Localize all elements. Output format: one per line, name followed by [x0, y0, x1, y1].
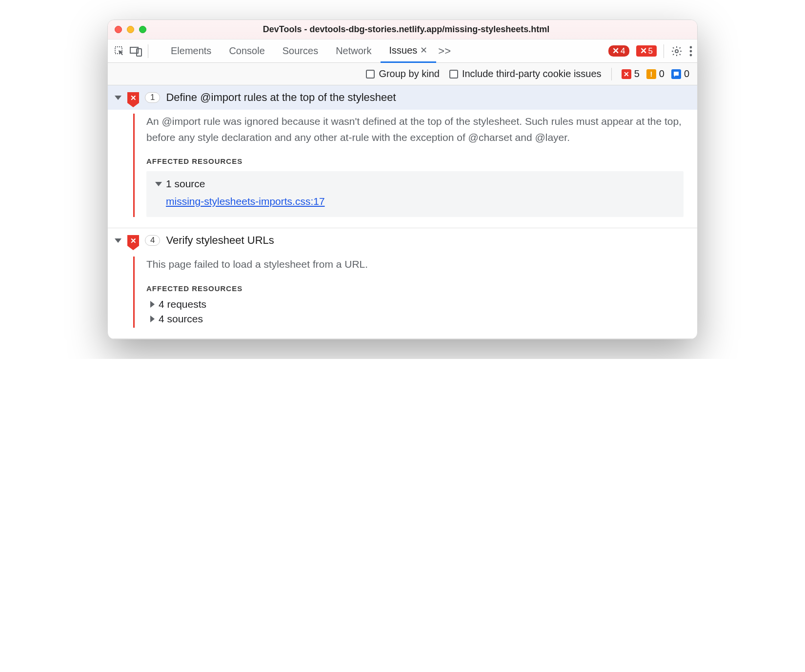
warning-total[interactable]: ! 0 — [646, 68, 664, 79]
tab-elements[interactable]: Elements — [162, 40, 220, 63]
source-link[interactable]: missing-stylesheets-imports.css:17 — [166, 196, 325, 207]
issue-count-pill[interactable]: ✕ 5 — [636, 45, 657, 57]
tab-label: Sources — [282, 45, 318, 57]
count-value: 0 — [684, 68, 689, 79]
divider — [664, 44, 664, 58]
minimize-window-button[interactable] — [127, 26, 134, 33]
svg-point-4 — [690, 46, 692, 48]
titlebar: DevTools - devtools-dbg-stories.netlify.… — [108, 20, 697, 40]
checkbox-icon — [366, 70, 375, 79]
svg-point-5 — [690, 50, 692, 52]
count-value: 5 — [634, 68, 640, 79]
disclosure-triangle-icon[interactable] — [115, 238, 121, 243]
include-third-party-checkbox[interactable]: Include third-party cookie issues — [449, 68, 602, 79]
tabstrip-right: ✕ 4 ✕ 5 — [608, 44, 692, 58]
resource-row[interactable]: 4 requests — [150, 298, 684, 310]
error-flag-icon: ✕ — [127, 92, 139, 103]
severity-rule — [133, 257, 135, 328]
devtools-window: DevTools - devtools-dbg-stories.netlify.… — [107, 20, 698, 339]
resource-summary: 1 source — [166, 178, 205, 190]
more-menu-icon[interactable] — [689, 46, 692, 57]
affected-resources-box: 1 source missing-stylesheets-imports.css… — [146, 171, 684, 217]
close-window-button[interactable] — [115, 26, 122, 33]
error-x-icon: ✕ — [612, 46, 619, 56]
affected-resources-label: AFFECTED RESOURCES — [146, 157, 684, 165]
issue-totals: ✕ 5 ! 0 0 — [622, 68, 689, 79]
devtools-tabstrip: Elements Console Sources Network Issues … — [108, 40, 697, 63]
inspect-element-icon[interactable] — [113, 44, 126, 58]
issue-body: This page failed to load a stylesheet fr… — [108, 253, 697, 338]
checkbox-icon — [449, 70, 458, 79]
info-total[interactable]: 0 — [671, 68, 689, 79]
tab-issues[interactable]: Issues ✕ — [381, 40, 437, 63]
info-icon — [671, 69, 681, 79]
resource-row[interactable]: 4 sources — [150, 313, 684, 325]
error-flag-icon: ✕ — [127, 235, 139, 246]
issues-list: ✕ 1 Define @import rules at the top of t… — [108, 85, 697, 339]
tab-label: Console — [229, 45, 264, 57]
disclosure-triangle-icon — [150, 301, 155, 308]
traffic-lights — [115, 26, 146, 33]
divider — [148, 44, 148, 58]
tab-network[interactable]: Network — [327, 40, 380, 63]
issue-count-badge: 1 — [145, 92, 160, 103]
zoom-window-button[interactable] — [139, 26, 146, 33]
checkbox-label: Group by kind — [379, 68, 440, 79]
resource-row-label: 4 sources — [159, 313, 203, 325]
issue-title: Verify stylesheet URLs — [166, 234, 274, 247]
issue-count-badge: 4 — [145, 235, 160, 246]
issue-count-value: 5 — [648, 46, 653, 56]
svg-rect-7 — [674, 72, 679, 76]
tab-console[interactable]: Console — [220, 40, 273, 63]
issue-description: An @import rule was ignored because it w… — [146, 114, 684, 145]
issue-item: ✕ 1 Define @import rules at the top of t… — [108, 85, 697, 228]
checkbox-label: Include third-party cookie issues — [462, 68, 602, 79]
issue-header[interactable]: ✕ 1 Define @import rules at the top of t… — [108, 85, 697, 110]
error-count-pill[interactable]: ✕ 4 — [608, 45, 629, 57]
close-tab-icon[interactable]: ✕ — [420, 45, 427, 56]
issue-description: This page failed to load a stylesheet fr… — [146, 257, 684, 273]
resource-summary-row[interactable]: 1 source — [155, 178, 675, 190]
disclosure-triangle-icon — [150, 316, 155, 322]
issue-content: This page failed to load a stylesheet fr… — [146, 257, 697, 328]
divider — [611, 68, 612, 80]
error-total[interactable]: ✕ 5 — [622, 68, 640, 79]
tab-label: Issues — [389, 45, 418, 56]
resource-row-label: 4 requests — [159, 298, 206, 310]
tab-label: Network — [336, 45, 371, 57]
gear-icon[interactable] — [671, 45, 683, 57]
disclosure-triangle-icon[interactable] — [115, 96, 121, 100]
severity-rule — [133, 114, 135, 217]
issue-content: An @import rule was ignored because it w… — [146, 114, 697, 217]
panel-tabs: Elements Console Sources Network Issues … — [162, 40, 453, 63]
svg-point-3 — [675, 50, 678, 53]
svg-point-6 — [690, 54, 692, 56]
issue-header[interactable]: ✕ 4 Verify stylesheet URLs — [108, 228, 697, 253]
error-count-value: 4 — [621, 46, 625, 56]
affected-resources-label: AFFECTED RESOURCES — [146, 284, 684, 293]
error-icon: ✕ — [622, 69, 631, 79]
issue-item: ✕ 4 Verify stylesheet URLs This page fai… — [108, 228, 697, 339]
device-toolbar-icon[interactable] — [129, 44, 143, 58]
group-by-kind-checkbox[interactable]: Group by kind — [366, 68, 440, 79]
issue-title: Define @import rules at the top of the s… — [166, 91, 396, 104]
error-x-icon: ✕ — [640, 46, 647, 56]
svg-rect-2 — [137, 49, 141, 56]
tab-label: Elements — [171, 45, 211, 57]
count-value: 0 — [659, 68, 664, 79]
warning-icon: ! — [646, 69, 656, 79]
tab-sources[interactable]: Sources — [274, 40, 327, 63]
more-tabs-button[interactable]: >> — [436, 45, 453, 58]
disclosure-triangle-icon — [155, 182, 162, 186]
window-title: DevTools - devtools-dbg-stories.netlify.… — [146, 24, 690, 35]
issues-filter-bar: Group by kind Include third-party cookie… — [108, 63, 697, 85]
issue-body: An @import rule was ignored because it w… — [108, 110, 697, 228]
